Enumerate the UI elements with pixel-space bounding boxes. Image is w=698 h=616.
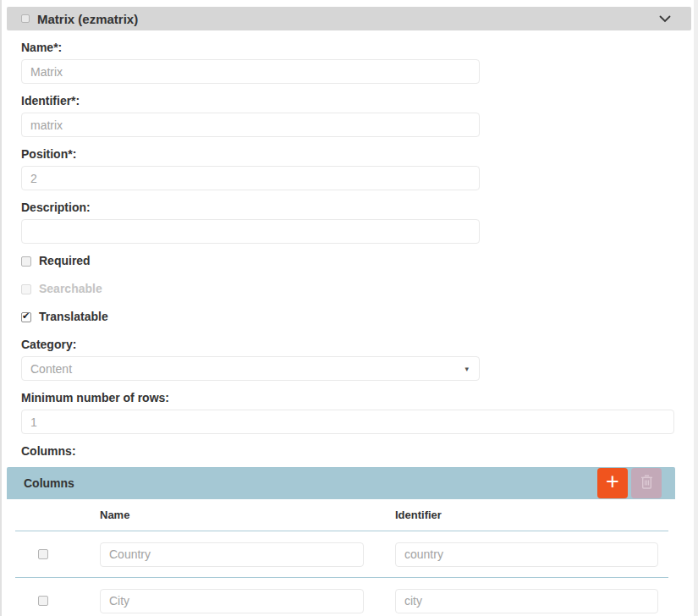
columns-table-header-bar: Columns + [7,467,675,499]
identifier-field-block: Identifier*: [21,94,480,137]
searchable-checkbox-row: Searchable [21,282,691,296]
page-left-edge [0,0,2,616]
required-label: Required [39,254,91,268]
row-name-input[interactable] [100,542,364,567]
columns-table-head-row: Name Identifier [7,499,675,531]
min-rows-input[interactable] [21,410,674,434]
columns-table: Columns + [7,467,675,616]
required-checkbox-row: Required [21,254,691,268]
field-panel-header[interactable]: Matrix (ezmatrix) [7,7,691,30]
row-identifier-input[interactable] [395,589,658,613]
description-field-block: Description: [21,201,480,244]
table-row [7,578,675,616]
position-label: Position*: [21,147,480,162]
category-selected-value: Content [30,362,72,376]
row-identifier-input[interactable] [395,542,658,567]
position-input[interactable] [21,166,480,190]
category-select[interactable]: Content ▾ [21,356,480,381]
page-right-edge [694,0,698,616]
field-select-checkbox[interactable] [21,14,30,23]
translatable-label: Translatable [39,310,108,324]
delete-column-button[interactable] [631,468,662,498]
row-name-input[interactable] [100,589,364,613]
min-rows-field-block: Minimum number of rows: [21,391,674,434]
identifier-input[interactable] [21,113,480,137]
chevron-down-icon[interactable] [659,15,671,23]
field-definition-form: Name*: Identifier*: Position*: Descripti… [7,37,691,616]
field-panel-title: Matrix (ezmatrix) [37,12,138,26]
plus-icon: + [606,470,619,493]
trash-icon [640,474,654,492]
translatable-checkbox[interactable] [21,312,31,322]
column-header-name: Name [100,509,395,521]
searchable-label: Searchable [39,282,102,296]
matrix-field-editor: Matrix (ezmatrix) Name*: Identifier*: Po… [0,0,698,616]
row-select-checkbox[interactable] [38,549,48,559]
row-select-checkbox[interactable] [38,596,48,606]
category-label: Category: [21,338,480,352]
dropdown-arrow-icon: ▾ [464,365,469,373]
table-row [7,531,675,577]
min-rows-label: Minimum number of rows: [21,391,674,405]
translatable-checkbox-row: Translatable [21,310,691,324]
column-header-identifier: Identifier [395,509,675,521]
position-field-block: Position*: [21,147,480,190]
required-checkbox[interactable] [21,256,31,267]
name-label: Name*: [21,41,480,55]
name-field-block: Name*: [21,41,480,84]
description-input[interactable] [21,219,480,244]
columns-table-actions: + [597,468,662,498]
columns-field-label: Columns: [21,444,691,459]
searchable-checkbox [21,284,31,294]
identifier-label: Identifier*: [21,94,480,108]
add-column-button[interactable]: + [597,468,628,498]
columns-table-title: Columns [24,476,74,490]
name-input[interactable] [21,59,480,84]
description-label: Description: [21,201,480,215]
category-field-block: Category: Content ▾ [21,338,480,381]
